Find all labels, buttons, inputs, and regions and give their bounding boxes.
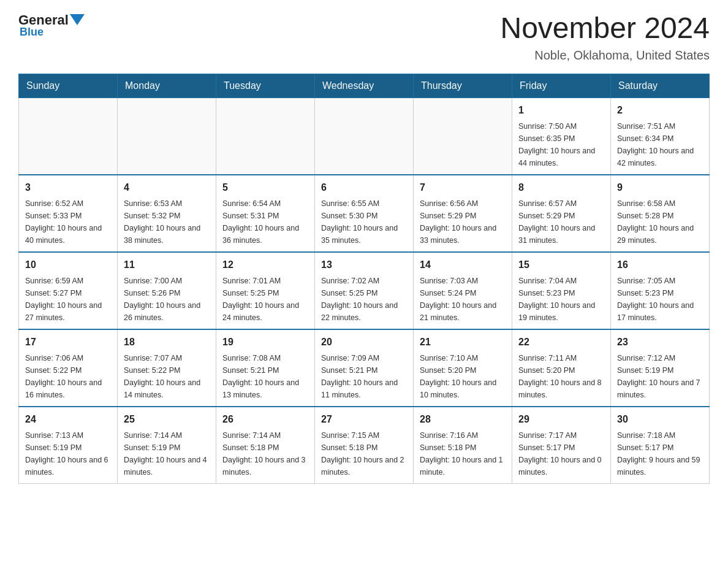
day-number: 1: [518, 103, 604, 118]
day-info: Sunrise: 7:11 AM Sunset: 5:20 PM Dayligh…: [518, 352, 604, 401]
day-number: 5: [222, 180, 308, 195]
day-number: 28: [420, 412, 506, 427]
day-info: Sunrise: 6:54 AM Sunset: 5:31 PM Dayligh…: [222, 197, 308, 247]
day-number: 17: [25, 335, 111, 350]
calendar-cell: 18Sunrise: 7:07 AM Sunset: 5:22 PM Dayli…: [118, 329, 216, 407]
logo-area: General Blue: [18, 12, 86, 39]
calendar-cell: 29Sunrise: 7:17 AM Sunset: 5:17 PM Dayli…: [512, 407, 611, 484]
day-number: 24: [25, 412, 111, 427]
calendar-table: SundayMondayTuesdayWednesdayThursdayFrid…: [18, 74, 710, 484]
title-area: November 2024 Noble, Oklahoma, United St…: [500, 12, 710, 63]
day-number: 3: [25, 180, 111, 195]
day-number: 8: [518, 180, 604, 195]
day-number: 4: [124, 180, 210, 195]
calendar-cell: 13Sunrise: 7:02 AM Sunset: 5:25 PM Dayli…: [315, 252, 414, 329]
day-info: Sunrise: 7:10 AM Sunset: 5:20 PM Dayligh…: [420, 352, 506, 401]
day-info: Sunrise: 6:59 AM Sunset: 5:27 PM Dayligh…: [25, 275, 111, 324]
calendar-header-wednesday: Wednesday: [315, 74, 414, 98]
day-info: Sunrise: 6:52 AM Sunset: 5:33 PM Dayligh…: [25, 197, 111, 247]
day-number: 14: [420, 258, 506, 272]
day-number: 9: [617, 180, 703, 195]
day-number: 19: [222, 335, 308, 350]
calendar-cell: 5Sunrise: 6:54 AM Sunset: 5:31 PM Daylig…: [216, 175, 315, 252]
calendar-cell: 27Sunrise: 7:15 AM Sunset: 5:18 PM Dayli…: [315, 407, 414, 484]
day-info: Sunrise: 7:09 AM Sunset: 5:21 PM Dayligh…: [321, 352, 407, 401]
day-info: Sunrise: 7:13 AM Sunset: 5:19 PM Dayligh…: [25, 429, 111, 478]
calendar-header-tuesday: Tuesday: [216, 74, 315, 98]
location-title: Noble, Oklahoma, United States: [500, 48, 710, 63]
day-number: 12: [222, 258, 308, 272]
calendar-week-1: 1Sunrise: 7:50 AM Sunset: 6:35 PM Daylig…: [19, 98, 710, 175]
calendar-header-monday: Monday: [118, 74, 216, 98]
header: General Blue November 2024 Noble, Oklaho…: [18, 12, 710, 63]
day-number: 27: [321, 412, 407, 427]
day-number: 6: [321, 180, 407, 195]
calendar-cell: 19Sunrise: 7:08 AM Sunset: 5:21 PM Dayli…: [216, 329, 315, 407]
calendar-cell: 1Sunrise: 7:50 AM Sunset: 6:35 PM Daylig…: [512, 98, 611, 175]
calendar-cell: 20Sunrise: 7:09 AM Sunset: 5:21 PM Dayli…: [315, 329, 414, 407]
calendar-cell: 25Sunrise: 7:14 AM Sunset: 5:19 PM Dayli…: [118, 407, 216, 484]
calendar-cell: [118, 98, 216, 175]
day-info: Sunrise: 7:07 AM Sunset: 5:22 PM Dayligh…: [124, 352, 210, 401]
calendar-cell: 7Sunrise: 6:56 AM Sunset: 5:29 PM Daylig…: [414, 175, 512, 252]
calendar-week-5: 24Sunrise: 7:13 AM Sunset: 5:19 PM Dayli…: [19, 407, 710, 484]
logo-blue-text: Blue: [18, 26, 44, 39]
day-number: 25: [124, 412, 210, 427]
calendar-header-saturday: Saturday: [611, 74, 710, 98]
calendar-cell: 2Sunrise: 7:51 AM Sunset: 6:34 PM Daylig…: [611, 98, 710, 175]
calendar-header-row: SundayMondayTuesdayWednesdayThursdayFrid…: [19, 74, 710, 98]
calendar-week-4: 17Sunrise: 7:06 AM Sunset: 5:22 PM Dayli…: [19, 329, 710, 407]
day-info: Sunrise: 7:14 AM Sunset: 5:19 PM Dayligh…: [124, 429, 210, 478]
month-title: November 2024: [500, 12, 710, 45]
calendar-cell: 16Sunrise: 7:05 AM Sunset: 5:23 PM Dayli…: [611, 252, 710, 329]
day-info: Sunrise: 7:18 AM Sunset: 5:17 PM Dayligh…: [617, 429, 703, 478]
calendar-cell: [19, 98, 118, 175]
calendar-cell: 22Sunrise: 7:11 AM Sunset: 5:20 PM Dayli…: [512, 329, 611, 407]
day-number: 16: [617, 258, 703, 272]
day-number: 11: [124, 258, 210, 272]
logo-triangle-icon: [70, 14, 85, 25]
day-info: Sunrise: 7:06 AM Sunset: 5:22 PM Dayligh…: [25, 352, 111, 401]
calendar-cell: 11Sunrise: 7:00 AM Sunset: 5:26 PM Dayli…: [118, 252, 216, 329]
day-info: Sunrise: 7:01 AM Sunset: 5:25 PM Dayligh…: [222, 275, 308, 324]
calendar-header-thursday: Thursday: [414, 74, 512, 98]
calendar-cell: 26Sunrise: 7:14 AM Sunset: 5:18 PM Dayli…: [216, 407, 315, 484]
day-number: 18: [124, 335, 210, 350]
calendar-cell: 14Sunrise: 7:03 AM Sunset: 5:24 PM Dayli…: [414, 252, 512, 329]
day-info: Sunrise: 7:08 AM Sunset: 5:21 PM Dayligh…: [222, 352, 308, 401]
calendar-cell: 8Sunrise: 6:57 AM Sunset: 5:29 PM Daylig…: [512, 175, 611, 252]
calendar-week-3: 10Sunrise: 6:59 AM Sunset: 5:27 PM Dayli…: [19, 252, 710, 329]
day-info: Sunrise: 6:53 AM Sunset: 5:32 PM Dayligh…: [124, 197, 210, 247]
calendar-cell: 15Sunrise: 7:04 AM Sunset: 5:23 PM Dayli…: [512, 252, 611, 329]
day-number: 22: [518, 335, 604, 350]
day-number: 29: [518, 412, 604, 427]
calendar-cell: [315, 98, 414, 175]
calendar-cell: 9Sunrise: 6:58 AM Sunset: 5:28 PM Daylig…: [611, 175, 710, 252]
day-info: Sunrise: 7:15 AM Sunset: 5:18 PM Dayligh…: [321, 429, 407, 478]
day-info: Sunrise: 7:00 AM Sunset: 5:26 PM Dayligh…: [124, 275, 210, 324]
calendar-cell: 21Sunrise: 7:10 AM Sunset: 5:20 PM Dayli…: [414, 329, 512, 407]
calendar-header-friday: Friday: [512, 74, 611, 98]
calendar-cell: 24Sunrise: 7:13 AM Sunset: 5:19 PM Dayli…: [19, 407, 118, 484]
calendar-cell: 10Sunrise: 6:59 AM Sunset: 5:27 PM Dayli…: [19, 252, 118, 329]
calendar-cell: 3Sunrise: 6:52 AM Sunset: 5:33 PM Daylig…: [19, 175, 118, 252]
day-number: 21: [420, 335, 506, 350]
day-info: Sunrise: 7:16 AM Sunset: 5:18 PM Dayligh…: [420, 429, 506, 478]
day-info: Sunrise: 6:58 AM Sunset: 5:28 PM Dayligh…: [617, 197, 703, 247]
calendar-cell: 12Sunrise: 7:01 AM Sunset: 5:25 PM Dayli…: [216, 252, 315, 329]
day-info: Sunrise: 7:05 AM Sunset: 5:23 PM Dayligh…: [617, 275, 703, 324]
day-number: 26: [222, 412, 308, 427]
calendar-week-2: 3Sunrise: 6:52 AM Sunset: 5:33 PM Daylig…: [19, 175, 710, 252]
day-info: Sunrise: 6:56 AM Sunset: 5:29 PM Dayligh…: [420, 197, 506, 247]
calendar-header-sunday: Sunday: [19, 74, 118, 98]
day-info: Sunrise: 6:57 AM Sunset: 5:29 PM Dayligh…: [518, 197, 604, 247]
calendar-cell: 23Sunrise: 7:12 AM Sunset: 5:19 PM Dayli…: [611, 329, 710, 407]
calendar-cell: [414, 98, 512, 175]
day-info: Sunrise: 7:51 AM Sunset: 6:34 PM Dayligh…: [617, 120, 703, 169]
day-info: Sunrise: 7:04 AM Sunset: 5:23 PM Dayligh…: [518, 275, 604, 324]
day-number: 30: [617, 412, 703, 427]
day-info: Sunrise: 7:17 AM Sunset: 5:17 PM Dayligh…: [518, 429, 604, 478]
day-info: Sunrise: 7:03 AM Sunset: 5:24 PM Dayligh…: [420, 275, 506, 324]
day-info: Sunrise: 7:50 AM Sunset: 6:35 PM Dayligh…: [518, 120, 604, 169]
day-number: 10: [25, 258, 111, 272]
